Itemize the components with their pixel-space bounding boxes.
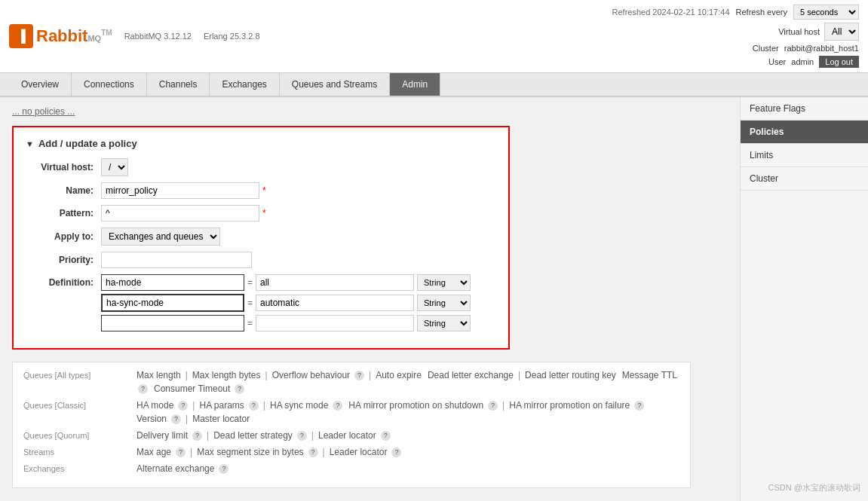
definition-form-row: Definition: = String Number Boolean List (26, 274, 496, 331)
def-val-1[interactable] (256, 295, 414, 311)
erlang-version: Erlang 25.3.2.8 (204, 32, 260, 41)
info-row-classic: Queues [Classic] HA mode ? | HA params ?… (23, 400, 679, 424)
leader-locator-streams-badge: ? (391, 448, 401, 457)
link-consumer-timeout[interactable]: Consumer Timeout (154, 383, 230, 394)
user-label: User (768, 57, 786, 66)
def-eq-2: = (247, 318, 253, 328)
cluster-user-row: Cluster rabbit@rabbit_host1 (753, 44, 859, 53)
cluster-label: Cluster (753, 44, 779, 53)
info-row-exchanges: Exchanges Alternate exchange ? (23, 463, 679, 474)
links-quorum: Delivery limit ? | Dead letter strategy … (136, 430, 391, 441)
link-max-length-bytes[interactable]: Max length bytes (192, 370, 261, 380)
ha-sync-badge: ? (333, 401, 342, 411)
content-area: ... no policies ... ▼ Add / update a pol… (0, 97, 740, 501)
sidebar-item-policies[interactable]: Policies (741, 121, 868, 144)
alt-exchange-badge: ? (219, 464, 229, 474)
ttl-badge: ? (138, 384, 148, 394)
info-table: Queues [All types] Max length | Max leng… (12, 362, 691, 488)
nav-tab-connections[interactable]: Connections (72, 73, 147, 96)
def-val-0[interactable] (256, 274, 414, 291)
link-ha-mirror-failure[interactable]: HA mirror promotion on failure (509, 400, 630, 411)
def-key-1[interactable] (101, 294, 244, 312)
watermark: CSDN @水宝的滚动歌词 (768, 482, 860, 493)
refreshed-text: Refreshed 2024-02-21 10:17:44 (612, 8, 730, 17)
link-auto-expire[interactable]: Auto expire (376, 370, 422, 380)
link-leader-locator-quorum[interactable]: Leader locator (318, 430, 376, 441)
nav-tab-channels[interactable]: Channels (147, 73, 210, 96)
name-field-label: Name: (26, 185, 101, 196)
category-quorum: Queues [Quorum] (23, 431, 136, 440)
sidebar-item-cluster[interactable]: Cluster (741, 167, 868, 191)
nav-tab-overview[interactable]: Overview (9, 73, 72, 96)
link-leader-locator-streams[interactable]: Leader locator (330, 447, 388, 457)
apply-to-select[interactable]: Exchanges and queues Exchanges Queues (101, 228, 220, 246)
user-value: admin (791, 57, 814, 66)
def-key-2[interactable] (101, 315, 244, 331)
category-exchanges: Exchanges (23, 464, 136, 473)
version-badge: ? (171, 414, 181, 424)
no-policies-link[interactable]: ... no policies ... (12, 106, 75, 117)
nav-tab-queues[interactable]: Queues and Streams (280, 73, 390, 96)
link-max-segment-size[interactable]: Max segment size in bytes (197, 447, 303, 457)
logo-text: RabbitMQTM (36, 26, 112, 46)
link-alternate-exchange[interactable]: Alternate exchange (136, 463, 214, 474)
link-version[interactable]: Version (136, 414, 167, 424)
logout-button[interactable]: Log out (819, 56, 859, 68)
nav-tab-exchanges[interactable]: Exchanges (210, 73, 279, 96)
priority-form-row: Priority: (26, 252, 496, 268)
delivery-badge: ? (192, 431, 202, 441)
priority-label: Priority: (26, 255, 101, 265)
link-ha-mode[interactable]: HA mode (136, 400, 173, 411)
def-type-0[interactable]: String Number Boolean List (417, 274, 471, 291)
segment-size-badge: ? (308, 448, 318, 457)
vhost-select[interactable]: All / (824, 23, 859, 41)
sidebar: Feature Flags Policies Limits Cluster (740, 97, 868, 501)
link-max-age[interactable]: Max age (136, 447, 171, 457)
priority-input[interactable] (101, 252, 252, 268)
link-delivery-limit[interactable]: Delivery limit (136, 430, 188, 441)
dl-strategy-badge: ? (297, 431, 307, 441)
refresh-interval-select[interactable]: 5 seconds 10 seconds 30 seconds 1 minute (793, 5, 859, 20)
link-max-length[interactable]: Max length (136, 370, 181, 380)
def-type-2[interactable]: String Number Boolean List (417, 315, 471, 331)
definition-label: Definition: (26, 274, 101, 288)
link-dead-letter-exchange[interactable]: Dead letter exchange (428, 370, 514, 380)
no-policies: ... no policies ... (12, 106, 728, 117)
link-dead-letter-routing[interactable]: Dead letter routing key (525, 370, 616, 380)
name-input[interactable] (101, 182, 259, 199)
vhost-row: Virtual host All / (778, 23, 859, 41)
vhost-field-label: Virtual host: (26, 162, 101, 173)
leader-locator-quorum-badge: ? (381, 431, 391, 441)
def-val-2[interactable] (256, 315, 414, 331)
link-message-ttl[interactable]: Message TTL (622, 370, 677, 380)
link-overflow[interactable]: Overflow behaviour (272, 370, 350, 380)
info-row-streams: Streams Max age ? | Max segment size in … (23, 447, 679, 457)
ha-mode-badge: ? (178, 401, 188, 411)
sidebar-item-limits[interactable]: Limits (741, 144, 868, 167)
link-ha-mirror-shutdown[interactable]: HA mirror promotion on shutdown (348, 400, 483, 411)
def-key-0[interactable] (101, 274, 244, 291)
def-type-1[interactable]: String Number Boolean List (417, 295, 471, 311)
vhost-form-row: Virtual host: / (26, 158, 496, 176)
section-title: Add / update a policy (38, 138, 137, 149)
main-layout: ... no policies ... ▼ Add / update a pol… (0, 97, 868, 501)
sidebar-item-feature-flags[interactable]: Feature Flags (741, 97, 868, 121)
def-row-1: = String Number Boolean List (101, 294, 471, 312)
nav-tab-admin[interactable]: Admin (390, 73, 440, 96)
apply-to-form-row: Apply to: Exchanges and queues Exchanges… (26, 228, 496, 246)
link-dead-letter-strategy[interactable]: Dead letter strategy (213, 430, 293, 441)
section-header: ▼ Add / update a policy (26, 138, 496, 149)
links-exchanges: Alternate exchange ? (136, 463, 229, 474)
top-right: Refreshed 2024-02-21 10:17:44 Refresh ev… (612, 5, 859, 68)
ha-failure-badge: ? (634, 401, 644, 411)
link-ha-sync-mode[interactable]: HA sync mode (270, 400, 328, 411)
pattern-input[interactable] (101, 205, 259, 221)
policy-form-container: ▼ Add / update a policy Virtual host: / … (12, 126, 510, 350)
links-all: Max length | Max length bytes | Overflow… (136, 370, 679, 394)
category-all: Queues [All types] (23, 371, 136, 380)
info-row-quorum: Queues [Quorum] Delivery limit ? | Dead … (23, 430, 679, 441)
link-master-locator[interactable]: Master locator (192, 414, 250, 424)
policy-vhost-select[interactable]: / (101, 158, 128, 176)
toggle-arrow[interactable]: ▼ (26, 139, 34, 148)
link-ha-params[interactable]: HA params (199, 400, 244, 411)
